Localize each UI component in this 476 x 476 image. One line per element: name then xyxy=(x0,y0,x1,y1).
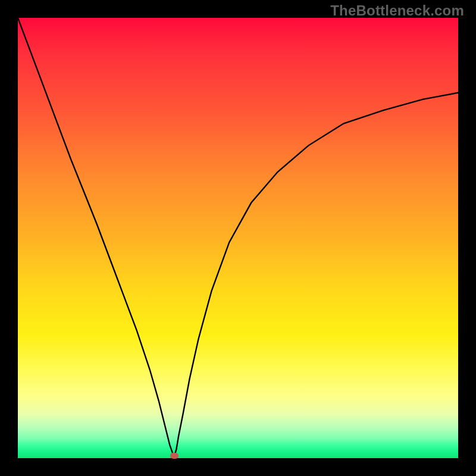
watermark-text: TheBottleneck.com xyxy=(330,2,464,19)
min-marker xyxy=(170,453,178,459)
plot-area xyxy=(18,18,458,458)
curve-svg xyxy=(18,18,458,458)
chart-frame: TheBottleneck.com xyxy=(0,0,476,476)
curve-left-branch xyxy=(18,18,458,456)
